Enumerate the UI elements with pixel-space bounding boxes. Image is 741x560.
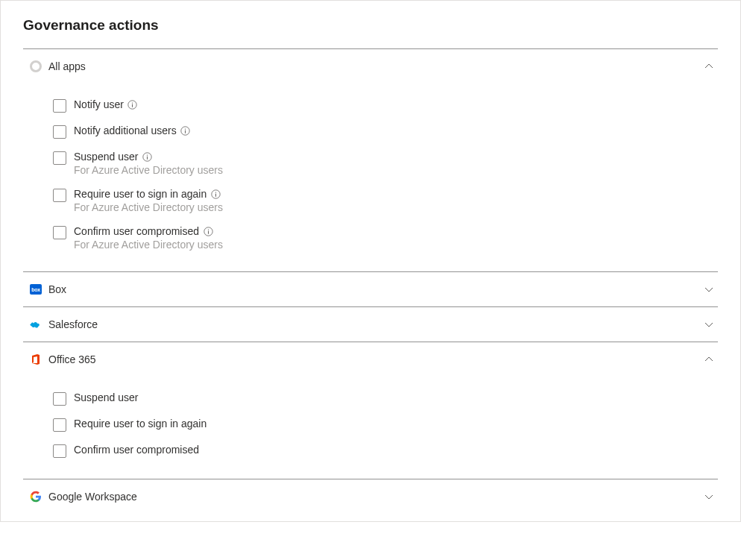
chevron-down-icon — [703, 491, 715, 503]
section-header-google[interactable]: Google Workspace — [23, 479, 718, 514]
section-title-label: Google Workspace — [48, 491, 703, 503]
chevron-down-icon — [703, 318, 715, 330]
info-icon[interactable] — [203, 226, 213, 236]
section-title-label: All apps — [48, 60, 703, 72]
svg-point-7 — [147, 154, 148, 155]
info-icon[interactable] — [142, 151, 152, 162]
section-header-box[interactable]: box Box — [23, 272, 718, 306]
google-icon — [29, 490, 42, 503]
chevron-up-icon — [703, 353, 715, 365]
box-icon: box — [29, 283, 42, 296]
section-body-office365: Suspend user Require user to sign in aga… — [23, 377, 718, 479]
checkbox-notify-user[interactable] — [53, 99, 66, 113]
svg-point-4 — [185, 128, 186, 129]
svg-rect-11 — [215, 193, 216, 196]
page-title: Governance actions — [23, 17, 718, 34]
action-label: Suspend user — [74, 151, 138, 163]
svg-rect-14 — [208, 230, 209, 233]
svg-rect-8 — [147, 156, 148, 159]
office365-icon — [29, 353, 42, 366]
section-title-label: Salesforce — [48, 318, 703, 330]
all-apps-icon — [29, 60, 42, 73]
action-notify-additional-users: Notify additional users — [53, 119, 718, 145]
svg-point-13 — [207, 229, 208, 230]
checkbox-require-signin[interactable] — [53, 418, 66, 432]
action-subtext: For Azure Active Directory users — [74, 239, 223, 251]
section-title-label: Box — [48, 283, 703, 295]
svg-point-1 — [132, 102, 133, 103]
action-label: Require user to sign in again — [74, 188, 206, 200]
info-icon[interactable] — [127, 99, 138, 110]
info-icon[interactable] — [180, 125, 191, 136]
chevron-down-icon — [703, 283, 715, 295]
section-header-salesforce[interactable]: Salesforce — [23, 307, 718, 342]
action-suspend-user: Suspend user — [53, 386, 718, 412]
svg-rect-5 — [185, 130, 186, 133]
svg-point-10 — [215, 192, 216, 192]
section-salesforce: Salesforce — [23, 307, 718, 342]
action-require-signin: Require user to sign in again For Azure … — [53, 182, 718, 219]
action-label: Require user to sign in again — [74, 418, 206, 430]
section-body-all-apps: Notify user Notify additional users — [23, 84, 718, 271]
action-label: Confirm user compromised — [74, 444, 199, 456]
action-label: Suspend user — [74, 391, 138, 403]
chevron-up-icon — [703, 60, 715, 72]
action-suspend-user: Suspend user For Azure Active Directory … — [53, 145, 718, 182]
action-label: Notify additional users — [74, 125, 177, 136]
action-label: Confirm user compromised — [74, 225, 199, 237]
svg-rect-2 — [132, 104, 133, 107]
action-require-signin: Require user to sign in again — [53, 412, 718, 438]
checkbox-require-signin[interactable] — [53, 189, 66, 202]
section-title-label: Office 365 — [48, 353, 703, 365]
action-confirm-compromised: Confirm user compromised — [53, 438, 718, 464]
section-google: Google Workspace — [23, 479, 718, 514]
checkbox-confirm-compromised[interactable] — [53, 444, 66, 458]
checkbox-confirm-compromised[interactable] — [53, 226, 66, 239]
section-header-all-apps[interactable]: All apps — [23, 49, 718, 84]
section-all-apps: All apps Notify user — [23, 49, 718, 272]
section-box: box Box — [23, 272, 718, 307]
action-notify-user: Notify user — [53, 92, 718, 119]
action-subtext: For Azure Active Directory users — [74, 164, 223, 176]
section-header-office365[interactable]: Office 365 — [23, 342, 718, 377]
checkbox-suspend-user[interactable] — [53, 151, 66, 165]
section-office365: Office 365 Suspend user Require user to … — [23, 342, 718, 479]
action-confirm-compromised: Confirm user compromised For Azure Activ… — [53, 219, 718, 257]
governance-panel: Governance actions All apps Notify user — [0, 0, 741, 522]
action-label: Notify user — [74, 98, 124, 110]
checkbox-notify-additional-users[interactable] — [53, 125, 66, 139]
action-subtext: For Azure Active Directory users — [74, 201, 223, 213]
salesforce-icon — [29, 318, 42, 331]
checkbox-suspend-user[interactable] — [53, 392, 66, 406]
info-icon[interactable] — [210, 189, 221, 199]
